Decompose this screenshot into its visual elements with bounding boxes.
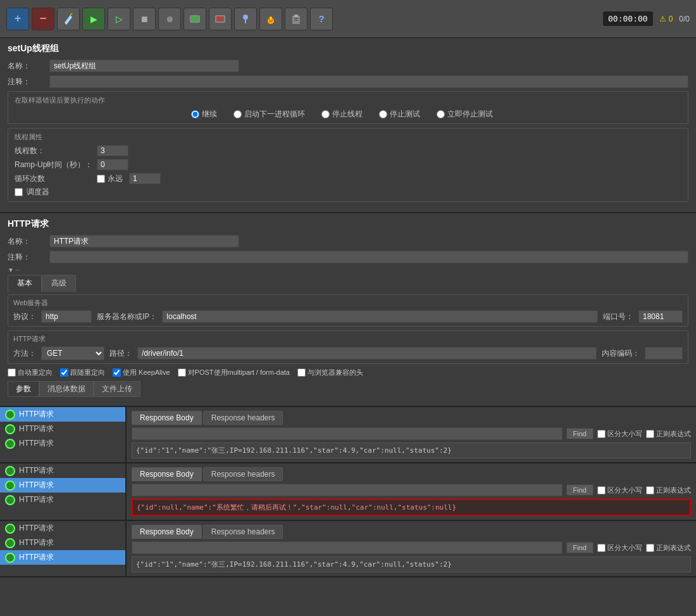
rtab-headers-1[interactable]: Response headers bbox=[203, 411, 283, 425]
response-body-2: {"id":null,"name":"系统繁忙，请稍后再试！","star":n… bbox=[132, 499, 691, 516]
rampup-input[interactable] bbox=[97, 159, 128, 170]
case-check-1[interactable]: 区分大小写 bbox=[597, 429, 642, 439]
http-name-label: 名称： bbox=[8, 236, 46, 247]
result-item-1-1[interactable]: HTTP请求 bbox=[0, 407, 125, 422]
search-input-3[interactable] bbox=[132, 541, 562, 554]
result-group-2: HTTP请求 HTTP请求 HTTP请求 Response Body Respo… bbox=[0, 463, 696, 521]
svg-rect-6 bbox=[245, 19, 246, 23]
radio-continue[interactable]: 继续 bbox=[191, 109, 217, 120]
result-item-2-2[interactable]: HTTP请求 bbox=[0, 478, 125, 493]
find-button-3[interactable]: Find bbox=[566, 542, 593, 553]
status-icon bbox=[5, 466, 15, 476]
play-button[interactable]: ▶ bbox=[82, 8, 105, 30]
expand-arrow[interactable]: ▼ ··· bbox=[8, 267, 688, 273]
opt-keepalive[interactable]: 使用 KeepAlive bbox=[113, 368, 170, 377]
radio-stop-now[interactable]: 立即停止测试 bbox=[437, 109, 493, 120]
response-panel-2: Response Body Response headers Find 区分大小… bbox=[127, 463, 696, 520]
case-check-2[interactable]: 区分大小写 bbox=[597, 486, 642, 495]
encoding-input[interactable] bbox=[645, 347, 683, 360]
options-row: 自动重定向 跟随重定向 使用 KeepAlive 对POST使用multipar… bbox=[8, 368, 688, 377]
response-panel-3: Response Body Response headers Find 区分大小… bbox=[127, 521, 696, 576]
port-label: 端口号： bbox=[603, 311, 633, 322]
http-comment-input[interactable] bbox=[49, 251, 688, 263]
result-item-3-3[interactable]: HTTP请求 bbox=[0, 550, 125, 565]
clipboard-button[interactable] bbox=[285, 8, 308, 30]
forever-checkbox[interactable] bbox=[97, 175, 105, 183]
rtab-body-3[interactable]: Response Body bbox=[132, 525, 202, 539]
find-button-1[interactable]: Find bbox=[566, 428, 593, 439]
result-item-2-1[interactable]: HTTP请求 bbox=[0, 463, 125, 478]
result-label: HTTP请求 bbox=[19, 552, 54, 563]
setup-name-input[interactable] bbox=[49, 60, 239, 72]
rtab-body-2[interactable]: Response Body bbox=[132, 467, 202, 481]
magic-button[interactable] bbox=[57, 8, 80, 30]
search-input-1[interactable] bbox=[132, 427, 562, 440]
setup-comment-row: 注释： bbox=[8, 75, 688, 88]
fire-button[interactable] bbox=[259, 8, 282, 30]
warning-icon: ⚠ bbox=[659, 15, 666, 23]
server-label: 服务器名称或IP： bbox=[97, 311, 157, 322]
result-item-2-3[interactable]: HTTP请求 bbox=[0, 493, 125, 507]
result-item-3-1[interactable]: HTTP请求 bbox=[0, 521, 125, 536]
http-name-input[interactable] bbox=[49, 235, 239, 248]
case-label-1: 区分大小写 bbox=[607, 429, 642, 439]
port-input[interactable] bbox=[638, 310, 683, 323]
rtab-headers-2[interactable]: Response headers bbox=[203, 467, 283, 481]
method-label: 方法： bbox=[13, 348, 36, 359]
btab-files[interactable]: 文件上传 bbox=[94, 381, 140, 397]
radio-stop-test[interactable]: 停止测试 bbox=[379, 109, 420, 120]
warning-count: 0 bbox=[669, 15, 673, 23]
regex-check-2[interactable]: 正则表达式 bbox=[646, 486, 691, 495]
regex-check-1[interactable]: 正则表达式 bbox=[646, 429, 691, 439]
minus-button[interactable]: − bbox=[32, 8, 54, 30]
result-label: HTTP请求 bbox=[19, 438, 54, 449]
radio-stop-thread[interactable]: 停止线程 bbox=[321, 109, 363, 120]
response-tab-bar-3: Response Body Response headers bbox=[132, 525, 691, 539]
svg-point-5 bbox=[243, 15, 248, 20]
result-item-1-2[interactable]: HTTP请求 bbox=[0, 422, 125, 436]
path-input[interactable] bbox=[137, 347, 597, 360]
add-button[interactable]: + bbox=[6, 8, 29, 30]
status-icon bbox=[5, 424, 15, 434]
btab-body[interactable]: 消息体数据 bbox=[39, 381, 94, 397]
search-input-2[interactable] bbox=[132, 484, 562, 496]
loop-input[interactable] bbox=[129, 173, 161, 184]
web-server-title: Web服务器 bbox=[13, 298, 683, 308]
rampup-label: Ramp-Up时间（秒）： bbox=[15, 160, 97, 170]
toolbar: + − ▶ ▷ ⏹ ⏺ ? 00:00:00 ⚠ 0 0/0 bbox=[0, 0, 696, 38]
tool1-button[interactable] bbox=[183, 8, 206, 30]
help-button[interactable]: ? bbox=[310, 8, 333, 30]
stop-all-button[interactable]: ⏺ bbox=[158, 8, 181, 30]
opt-follow-redirect[interactable]: 跟随重定向 bbox=[60, 368, 105, 377]
rtab-headers-3[interactable]: Response headers bbox=[203, 525, 283, 539]
play-alt-button[interactable]: ▷ bbox=[108, 8, 130, 30]
tool2-button[interactable] bbox=[209, 8, 232, 30]
btab-params[interactable]: 参数 bbox=[8, 381, 39, 397]
protocol-label: 协议： bbox=[13, 311, 36, 322]
method-select[interactable]: GET POST PUT DELETE bbox=[41, 346, 104, 360]
result-item-1-3[interactable]: HTTP请求 bbox=[0, 436, 125, 451]
regex-check-3[interactable]: 正则表达式 bbox=[646, 543, 691, 553]
tab-basic[interactable]: 基本 bbox=[8, 275, 42, 292]
broom-button[interactable] bbox=[234, 8, 257, 30]
radio-start-next[interactable]: 启动下一进程循环 bbox=[233, 109, 305, 120]
scheduler-checkbox[interactable] bbox=[15, 188, 23, 196]
stop-button[interactable]: ⏹ bbox=[133, 8, 156, 30]
http-name-row: 名称： bbox=[8, 235, 688, 248]
opt-redirect[interactable]: 自动重定向 bbox=[8, 368, 53, 377]
tab-advanced[interactable]: 高级 bbox=[42, 275, 76, 292]
warning-badge: ⚠ 0 bbox=[659, 15, 673, 23]
rtab-body-1[interactable]: Response Body bbox=[132, 411, 202, 425]
result-item-3-2[interactable]: HTTP请求 bbox=[0, 536, 125, 550]
http-section: HTTP请求 名称： 注释： ▼ ··· 基本 高级 Web服务器 协议： 服务… bbox=[0, 213, 696, 407]
case-check-3[interactable]: 区分大小写 bbox=[597, 543, 642, 553]
setup-comment-input[interactable] bbox=[49, 75, 688, 88]
regex-label-1: 正则表达式 bbox=[656, 429, 691, 439]
find-button-2[interactable]: Find bbox=[566, 484, 593, 496]
opt-browser-compat[interactable]: 与浏览器兼容的头 bbox=[297, 368, 363, 377]
opt-multipart[interactable]: 对POST使用multipart / form-data bbox=[178, 368, 290, 377]
http-tab-bar: 基本 高级 bbox=[8, 275, 688, 292]
thread-count-input[interactable] bbox=[97, 145, 128, 156]
protocol-input[interactable] bbox=[41, 310, 92, 323]
server-input[interactable] bbox=[162, 310, 598, 323]
